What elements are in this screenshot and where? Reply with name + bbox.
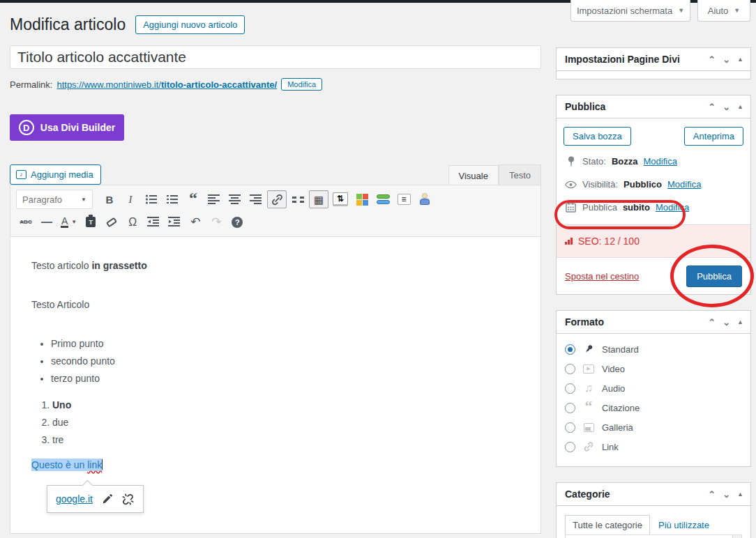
- omega-icon: Ω: [128, 216, 137, 229]
- shortcodes-button[interactable]: [352, 190, 372, 208]
- bold-button[interactable]: B: [100, 190, 119, 208]
- move-to-trash-link[interactable]: Sposta nel cestino: [565, 271, 639, 282]
- divider-bars-button[interactable]: [373, 190, 393, 208]
- permalink-url[interactable]: https://www.montiniweb.it/titolo-articol…: [56, 79, 277, 90]
- strikethrough-button[interactable]: ABC: [16, 213, 36, 231]
- save-draft-button[interactable]: Salva bozza: [564, 127, 631, 146]
- categories-panel-header[interactable]: Categorie ⌃⌄▲: [557, 483, 750, 506]
- post-title-input[interactable]: [10, 45, 541, 69]
- text-block-button[interactable]: ≡: [394, 190, 414, 208]
- move-up-icon[interactable]: ⌃: [708, 489, 716, 500]
- unlink-icon[interactable]: [121, 493, 135, 506]
- read-more-button[interactable]: [288, 190, 308, 208]
- tab-most-used[interactable]: Più utilizzate: [650, 516, 718, 535]
- format-panel-header[interactable]: Formato ⌃⌄▲: [557, 311, 750, 334]
- undo-button[interactable]: ↶: [186, 213, 205, 231]
- move-down-icon[interactable]: ⌄: [723, 317, 730, 328]
- text-color-button[interactable]: A▼: [58, 213, 80, 231]
- edit-link-icon[interactable]: [101, 493, 113, 505]
- import-export-button[interactable]: ⇅: [330, 190, 351, 208]
- outdent-button[interactable]: [144, 213, 163, 231]
- radio[interactable]: [565, 403, 575, 413]
- italic-button[interactable]: I: [121, 190, 140, 208]
- schedule-label: Pubblica: [582, 202, 617, 213]
- visibility-edit-link[interactable]: Modifica: [667, 179, 701, 190]
- clear-formatting-button[interactable]: [102, 213, 121, 231]
- radio[interactable]: [565, 442, 575, 452]
- divi-builder-label: Usa Divi Builder: [40, 122, 115, 133]
- align-right-button[interactable]: [246, 190, 266, 208]
- numbered-list-button[interactable]: [162, 190, 182, 208]
- pin-icon: [565, 156, 577, 167]
- bulleted-list-button[interactable]: [142, 190, 161, 208]
- redo-button[interactable]: ↷: [206, 213, 226, 231]
- format-option-link[interactable]: Link: [557, 437, 750, 456]
- list-item: terzo punto: [51, 371, 520, 386]
- move-up-icon[interactable]: ⌃: [708, 102, 716, 112]
- editor-content[interactable]: Testo articolo in grassetto Testo Artico…: [10, 237, 540, 472]
- radio-selected[interactable]: [565, 344, 575, 355]
- paragraph-format-select[interactable]: Paragrafo ▼: [16, 190, 93, 209]
- help-button[interactable]: Aiuto ▼: [697, 0, 750, 22]
- special-character-button[interactable]: Ω: [123, 213, 142, 231]
- collapse-icon[interactable]: ▲: [737, 103, 743, 110]
- collapse-icon[interactable]: ▲: [737, 491, 743, 498]
- publish-panel-header[interactable]: Pubblica ⌃⌄▲: [557, 95, 750, 118]
- editor-help-button[interactable]: ?: [227, 213, 247, 231]
- tab-all-categories[interactable]: Tutte le categorie: [565, 515, 650, 535]
- radio[interactable]: [565, 364, 575, 374]
- format-option-gallery[interactable]: Galleria: [557, 417, 750, 437]
- divi-logo-icon: D: [19, 120, 34, 135]
- collapse-icon[interactable]: ▲: [737, 318, 743, 325]
- format-label: Audio: [602, 383, 625, 394]
- format-label: Video: [602, 364, 625, 374]
- permalink-edit-button[interactable]: Modifica: [281, 78, 322, 91]
- indent-button[interactable]: [165, 213, 184, 231]
- collapse-icon[interactable]: ▲: [737, 56, 743, 63]
- selected-link-text[interactable]: Questo è un link: [31, 459, 103, 471]
- align-left-button[interactable]: [204, 190, 224, 208]
- align-center-button[interactable]: [225, 190, 245, 208]
- move-down-icon[interactable]: ⌄: [723, 489, 730, 500]
- publish-button[interactable]: Pubblica: [686, 266, 742, 287]
- help-label: Aiuto: [708, 6, 729, 16]
- category-checklist[interactable]: [565, 535, 742, 538]
- radio[interactable]: [565, 422, 575, 433]
- radio[interactable]: [565, 383, 575, 394]
- tab-text[interactable]: Testo: [499, 164, 541, 185]
- move-up-icon[interactable]: ⌃: [708, 54, 716, 65]
- italic-icon: I: [129, 194, 133, 206]
- author-box-button[interactable]: [415, 190, 434, 208]
- permalink-label: Permalink:: [10, 79, 52, 90]
- move-down-icon[interactable]: ⌄: [723, 102, 730, 112]
- schedule-edit-link[interactable]: Modifica: [656, 202, 689, 213]
- divi-settings-panel-header[interactable]: Impostazioni Pagine Divi ⌃⌄▲: [557, 48, 750, 71]
- format-option-quote[interactable]: “ Citazione: [557, 398, 750, 417]
- screen-options-button[interactable]: Impostazioni schermata ▼: [570, 0, 690, 22]
- add-media-button[interactable]: ♪ Aggiungi media: [10, 164, 101, 185]
- list-item: Primo punto: [51, 336, 520, 351]
- color-grid-icon: [356, 194, 368, 206]
- status-edit-link[interactable]: Modifica: [644, 156, 677, 167]
- move-up-icon[interactable]: ⌃: [708, 317, 716, 328]
- link-tooltip-url[interactable]: google.it: [56, 491, 93, 507]
- permalink-base[interactable]: https://www.montiniweb.it/: [56, 79, 161, 90]
- paste-as-text-button[interactable]: T: [81, 213, 100, 231]
- bullet-list: Primo punto secondo punto terzo punto: [31, 336, 520, 386]
- format-label: Standard: [602, 344, 639, 355]
- add-new-post-button[interactable]: Aggiungi nuovo articolo: [135, 15, 245, 34]
- lined-box-icon: ≡: [398, 194, 411, 205]
- permalink-slug[interactable]: titolo-articolo-accattivante/: [161, 79, 277, 90]
- preview-button[interactable]: Anteprima: [684, 127, 743, 146]
- insert-link-button[interactable]: [267, 190, 287, 208]
- use-divi-builder-button[interactable]: D Usa Divi Builder: [10, 114, 124, 141]
- chevron-down-icon: ▼: [81, 197, 86, 203]
- format-option-audio[interactable]: ♫ Audio: [557, 378, 750, 398]
- tab-visual[interactable]: Visuale: [448, 165, 499, 185]
- format-option-video[interactable]: ▶ Video: [557, 359, 750, 378]
- move-down-icon[interactable]: ⌄: [723, 54, 730, 65]
- toolbar-toggle-button[interactable]: ▦: [309, 190, 328, 208]
- format-option-standard[interactable]: Standard: [557, 339, 750, 359]
- blockquote-button[interactable]: “: [183, 190, 203, 208]
- horizontal-rule-button[interactable]: —: [37, 213, 56, 231]
